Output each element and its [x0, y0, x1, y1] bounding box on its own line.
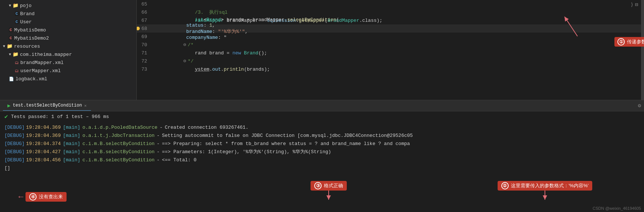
sidebar-item-mapper-folder[interactable]: ▼ 📁 com.itheima.mapper	[0, 50, 136, 58]
check-icon: ✔	[4, 113, 8, 120]
console-output: [DEBUG] 19:28:04.369 [main] o.a.i.d.p.Po…	[0, 122, 644, 212]
xml-icon-user: 🗂	[15, 68, 19, 73]
class-icon-mybatisdemo2: C	[9, 36, 13, 40]
folder-icon-mapper: 📁	[13, 51, 18, 57]
folder-icon-resources: 📁	[7, 43, 13, 49]
sidebar-item-user[interactable]: C User	[0, 18, 136, 26]
tab-close-button[interactable]: ✕	[84, 103, 87, 108]
top-right-icons: ⟩ ⊟	[630, 1, 638, 8]
pojo-label: pojo	[20, 3, 31, 9]
console-line-1: [DEBUG] 19:28:04.369 [main] o.a.i.d.p.Po…	[0, 123, 644, 131]
expand-arrow-mapper: ▼	[9, 53, 11, 57]
mybatisdemo-label: MybatisDemo	[14, 27, 46, 33]
console-tab-bar: ▶ test.testSelectByCondition ✕ ⚙	[0, 100, 644, 111]
console-line-3: [DEBUG] 19:28:04.374 [main] c.i.m.B.sele…	[0, 139, 644, 148]
expand-arrow-pojo: ▼	[9, 4, 11, 8]
console-tab-test[interactable]: ▶ test.testSelectByCondition ✕	[3, 101, 91, 111]
console-line-last: []	[0, 164, 644, 172]
expand-arrow-resources: ▼	[3, 44, 5, 48]
sidebar-item-brandmapper-xml[interactable]: 🗂 brandMapper.xml	[0, 58, 136, 67]
sidebar-item-logback-xml[interactable]: 📄 logback.xml	[0, 75, 136, 83]
sidebar-item-brand[interactable]: C Brand	[0, 10, 136, 18]
expand-icon[interactable]: ⟩	[630, 1, 633, 8]
console-panel: ▶ test.testSelectByCondition ✕ ⚙ ✔ Tests…	[0, 100, 644, 212]
class-icon-brand: C	[15, 11, 19, 16]
bottom-wrapper: ▶ test.testSelectByCondition ✕ ⚙ ✔ Tests…	[0, 100, 644, 212]
settings-gear-icon[interactable]: ⚙	[638, 102, 641, 109]
resources-label: resources	[14, 44, 40, 49]
code-lines: 65 66 /3. 执行sql 67 randMapper brandMappe…	[137, 0, 644, 100]
user-label: User	[20, 19, 32, 25]
usermapper-xml-label: userMapper.xml	[20, 68, 61, 74]
test-result-text: Tests passed: 1 of 1 test – 966 ms	[11, 114, 109, 120]
run-icon: ▶	[7, 102, 10, 109]
vertical-scrollbar[interactable]	[641, 0, 644, 100]
console-line-4: [DEBUG] 19:28:04.427 [main] c.i.m.B.sele…	[0, 148, 644, 156]
code-line-68: 68 ist<Brand> brands = brandMapper.selec…	[137, 24, 644, 33]
file-tree: ▼ 📁 pojo C Brand C User C MybatisDemo C …	[0, 0, 137, 100]
brandmapper-xml-label: brandMapper.xml	[20, 60, 64, 65]
mybatisdemo2-label: MybatisDemo2	[14, 36, 49, 41]
code-line-73: 73 ystem.out.println(brands);	[137, 65, 644, 73]
mapper-folder-label: com.itheima.mapper	[20, 52, 72, 57]
panel-icon[interactable]: ⊟	[635, 1, 638, 8]
brand-label: Brand	[20, 11, 35, 17]
log-icon: 📄	[9, 77, 14, 81]
sidebar-item-usermapper-xml[interactable]: 🗂 userMapper.xml	[0, 67, 136, 75]
test-passed-banner: ✔ Tests passed: 1 of 1 test – 966 ms	[0, 111, 644, 122]
folder-icon-pojo: 📁	[13, 3, 18, 9]
sidebar-item-resources[interactable]: ▼ 📁 resources	[0, 42, 136, 50]
code-editor: 65 66 /3. 执行sql 67 randMapper brandMappe…	[137, 0, 644, 100]
console-line-5: [DEBUG] 19:28:04.456 [main] c.i.m.B.sele…	[0, 156, 644, 164]
watermark: CSDN @weixin_46194605	[593, 206, 641, 211]
class-icon-mybatisdemo: C	[9, 28, 13, 32]
console-tab-label: test.testSelectByCondition	[13, 103, 82, 108]
top-section: ▼ 📁 pojo C Brand C User C MybatisDemo C …	[0, 0, 644, 100]
sidebar-item-pojo[interactable]: ▼ 📁 pojo	[0, 1, 136, 10]
console-line-2: [DEBUG] 19:28:04.369 [main] o.a.i.t.j.Jd…	[0, 131, 644, 139]
class-icon-user: C	[15, 20, 19, 24]
sidebar-item-mybatisdemo2[interactable]: C MybatisDemo2	[0, 34, 136, 42]
sidebar-item-mybatisdemo[interactable]: C MybatisDemo	[0, 26, 136, 34]
xml-icon-brand: 🗂	[15, 60, 19, 65]
logback-xml-label: logback.xml	[16, 76, 47, 82]
